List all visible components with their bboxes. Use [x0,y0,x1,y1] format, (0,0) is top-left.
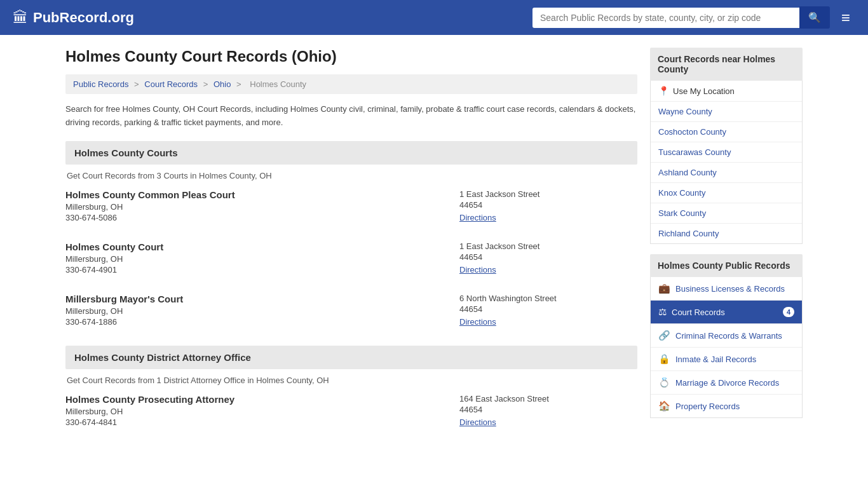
main-container: Holmes County Court Records (Ohio) Publi… [53,35,815,459]
court-phone-2: 330-674-4901 [65,265,459,274]
use-location-label: Use My Location [673,86,735,96]
nearby-county-wayne[interactable]: Wayne County [651,102,802,122]
court-entry-3: Millersburg Mayor's Court Millersburg, O… [65,294,637,332]
court-phone-1: 330-674-5086 [65,213,459,222]
da-right-1: 164 East Jackson Street 44654 Directions [459,394,637,428]
record-property[interactable]: 🏠 Property Records [651,395,802,417]
breadcrumb-court-records[interactable]: Court Records [144,79,198,89]
search-icon: 🔍 [808,12,821,23]
da-address-1: 164 East Jackson Street [459,394,637,403]
court-address-1: 1 East Jackson Street [459,189,637,199]
content-area: Holmes County Court Records (Ohio) Publi… [65,48,637,446]
criminal-records-link[interactable]: Criminal Records & Warrants [675,331,782,341]
nearby-counties-list: 📍 Use My Location Wayne County Coshocton… [650,81,803,244]
inmate-records-link[interactable]: Inmate & Jail Records [675,355,756,364]
hamburger-icon: ≡ [841,9,850,26]
court-zip-3: 44654 [459,304,637,314]
court-zip-1: 44654 [459,200,637,210]
courts-section-header: Holmes County Courts [65,141,637,165]
location-icon: 📍 [658,86,669,96]
public-records-header: Holmes County Public Records [650,254,803,277]
court-name-2: Holmes County Court [65,241,459,252]
da-city-1: Millersburg, OH [65,407,459,416]
court-records-label: Court Records [672,308,725,317]
property-records-link[interactable]: Property Records [675,402,740,411]
briefcase-icon: 💼 [658,283,670,294]
page-title: Holmes County Court Records (Ohio) [65,48,637,65]
logo-area[interactable]: 🏛 PubRecord.org [13,9,134,27]
search-button[interactable]: 🔍 [799,6,830,29]
da-zip-1: 44654 [459,405,637,414]
nearby-county-richland[interactable]: Richland County [651,224,802,243]
directions-link-2[interactable]: Directions [459,265,496,274]
court-city-2: Millersburg, OH [65,254,459,264]
sidebar: Court Records near Holmes County 📍 Use M… [650,48,803,446]
court-entry-2: Holmes County Court Millersburg, OH 330-… [65,241,637,280]
court-right-2: 1 East Jackson Street 44654 Directions [459,241,637,276]
house-icon: 🏠 [658,400,670,412]
search-input[interactable] [532,8,799,28]
court-entry-1: Holmes County Common Pleas Court Millers… [65,189,637,227]
ring-icon: 💍 [658,377,670,388]
header: 🏛 PubRecord.org 🔍 ≡ [0,0,868,35]
page-description: Search for free Holmes County, OH Court … [65,103,637,130]
breadcrumb: Public Records > Court Records > Ohio > … [65,74,637,94]
logo-text: PubRecord.org [33,10,134,26]
header-right: 🔍 ≡ [532,6,855,29]
court-city-1: Millersburg, OH [65,202,459,212]
court-name-1: Holmes County Common Pleas Court [65,189,459,200]
nearby-county-ashland[interactable]: Ashland County [651,163,802,183]
public-records-list: 💼 Business Licenses & Records ⚖ Court Re… [650,277,803,418]
breadcrumb-ohio[interactable]: Ohio [214,79,231,89]
court-address-3: 6 North Washington Street [459,294,637,303]
marriage-records-link[interactable]: Marriage & Divorce Records [675,378,779,388]
record-court[interactable]: ⚖ Court Records 4 [651,301,802,324]
court-right-1: 1 East Jackson Street 44654 Directions [459,189,637,224]
record-criminal[interactable]: 🔗 Criminal Records & Warrants [651,324,802,348]
breadcrumb-sep-1: > [134,79,141,89]
nearby-county-coshocton[interactable]: Coshocton County [651,122,802,142]
directions-link-3[interactable]: Directions [459,317,496,327]
nearby-header: Court Records near Holmes County [650,48,803,81]
da-section-header: Holmes County District Attorney Office [65,346,637,369]
court-left-3: Millersburg Mayor's Court Millersburg, O… [65,294,459,328]
court-left-1: Holmes County Common Pleas Court Millers… [65,189,459,224]
record-inmate[interactable]: 🔒 Inmate & Jail Records [651,348,802,371]
nearby-county-stark[interactable]: Stark County [651,203,802,224]
scales-icon: ⚖ [658,306,667,318]
court-records-count: 4 [783,307,794,317]
court-city-3: Millersburg, OH [65,306,459,316]
record-marriage[interactable]: 💍 Marriage & Divorce Records [651,371,802,395]
da-left-1: Holmes County Prosecuting Attorney Mille… [65,394,459,428]
nearby-county-knox[interactable]: Knox County [651,183,802,203]
lock-icon: 🔒 [658,353,670,365]
building-icon: 🏛 [13,9,28,27]
da-phone-1: 330-674-4841 [65,417,459,427]
business-records-link[interactable]: Business Licenses & Records [675,284,785,294]
courts-section-desc: Get Court Records from 3 Courts in Holme… [65,171,637,180]
court-left-2: Holmes County Court Millersburg, OH 330-… [65,241,459,276]
court-zip-2: 44654 [459,252,637,262]
link-icon: 🔗 [658,330,670,341]
da-section-desc: Get Court Records from 1 District Attorn… [65,376,637,385]
breadcrumb-holmes: Holmes County [250,79,306,89]
search-bar: 🔍 [532,6,830,29]
use-location-item[interactable]: 📍 Use My Location [651,81,802,102]
court-name-3: Millersburg Mayor's Court [65,294,459,304]
directions-link-1[interactable]: Directions [459,213,496,222]
nearby-county-tuscarawas[interactable]: Tuscarawas County [651,142,802,163]
menu-button[interactable]: ≡ [836,8,855,28]
breadcrumb-public-records[interactable]: Public Records [73,79,128,89]
breadcrumb-sep-3: > [236,79,243,89]
record-business[interactable]: 💼 Business Licenses & Records [651,277,802,301]
court-phone-3: 330-674-1886 [65,317,459,327]
da-name-1: Holmes County Prosecuting Attorney [65,394,459,405]
court-right-3: 6 North Washington Street 44654 Directio… [459,294,637,328]
court-address-2: 1 East Jackson Street [459,241,637,251]
da-directions-link-1[interactable]: Directions [459,417,496,427]
breadcrumb-sep-2: > [203,79,210,89]
da-entry-1: Holmes County Prosecuting Attorney Mille… [65,394,637,432]
